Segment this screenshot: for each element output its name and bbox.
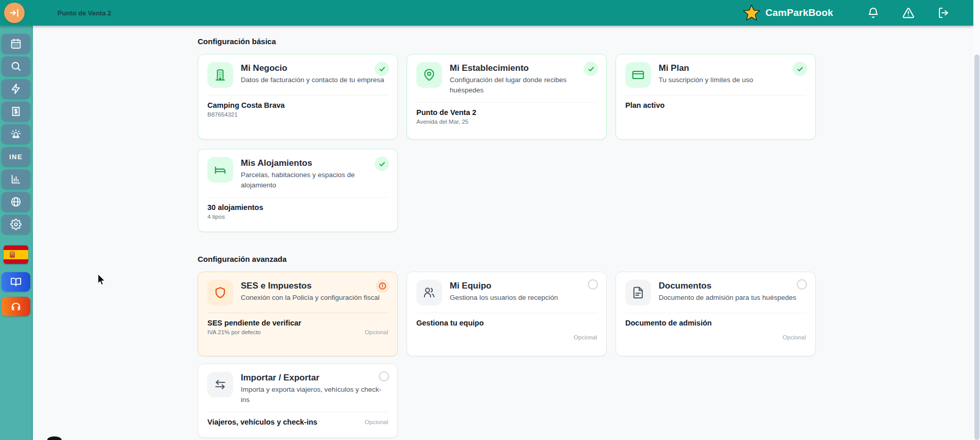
sidebar-item-calendar[interactable] bbox=[2, 34, 30, 53]
divider bbox=[207, 95, 388, 95]
bar-chart-icon bbox=[10, 174, 22, 185]
card-value: Gestiona tu equipo bbox=[416, 319, 597, 327]
cut-off-element bbox=[47, 436, 62, 440]
divider bbox=[625, 313, 806, 313]
card-mi-negocio[interactable]: Mi Negocio Datos de facturación y contac… bbox=[198, 54, 398, 140]
headphones-icon bbox=[10, 301, 22, 312]
card-title: Mi Negocio bbox=[241, 63, 384, 73]
pending-badge-icon bbox=[588, 279, 598, 290]
pending-badge-icon bbox=[379, 371, 389, 381]
section-advanced-configuration: Configuración avanzada SES e Impuestos C… bbox=[198, 255, 973, 438]
sidebar-item-web[interactable] bbox=[2, 192, 30, 212]
top-bar: Punto de Venta 2 CamParkBook bbox=[0, 0, 973, 26]
card-description: Importa y exporta viajeros, vehículos y … bbox=[241, 385, 386, 405]
sidebar-item-statistics[interactable] bbox=[2, 169, 30, 189]
section-basic-configuration: Configuración básica Mi Negocio Datos de… bbox=[198, 37, 973, 232]
card-mi-equipo[interactable]: Mi Equipo Gestiona los usuarios de recep… bbox=[407, 272, 607, 356]
page-scrollbar[interactable] bbox=[973, 0, 980, 440]
card-importar-exportar[interactable]: Importar / Exportar Importa y exporta vi… bbox=[198, 364, 398, 438]
notifications-bell-icon[interactable] bbox=[867, 7, 879, 19]
active-property-label: Punto de Venta 2 bbox=[57, 9, 111, 17]
optional-tag: Opcional bbox=[365, 419, 388, 425]
card-description: Datos de facturación y contacto de tu em… bbox=[241, 75, 384, 85]
card-description: Gestiona los usuarios de recepción bbox=[450, 293, 558, 303]
card-value: Viajeros, vehículos y check-ins bbox=[207, 418, 317, 426]
arrows-left-right-icon bbox=[207, 372, 233, 397]
check-badge-icon bbox=[375, 157, 389, 171]
optional-tag: Opcional bbox=[783, 334, 806, 340]
lightning-icon bbox=[10, 83, 22, 94]
sidebar-item-support[interactable] bbox=[2, 297, 30, 316]
card-title: Mi Equipo bbox=[450, 281, 558, 291]
card-description: Conexión con la Policía y configuración … bbox=[241, 293, 379, 303]
card-documentos[interactable]: Documentos Documento de admisión para tu… bbox=[616, 272, 816, 356]
file-text-icon bbox=[625, 280, 651, 305]
section-title: Configuración avanzada bbox=[198, 255, 973, 263]
card-description: Parcelas, habitaciones y espacios de alo… bbox=[241, 170, 386, 190]
brand: CamParkBook bbox=[742, 4, 833, 22]
sidebar-item-alarms[interactable] bbox=[2, 124, 30, 144]
brand-name: CamParkBook bbox=[765, 7, 833, 18]
card-value: Camping Costa Brava bbox=[207, 101, 388, 109]
sidebar-item-billing[interactable] bbox=[2, 102, 30, 121]
sidebar-item-ine[interactable]: INE bbox=[2, 147, 30, 166]
logout-icon[interactable] bbox=[937, 7, 950, 19]
check-badge-icon bbox=[584, 62, 598, 76]
card-value: Documento de admisión bbox=[625, 319, 806, 327]
card-subvalue: 4 tipos bbox=[207, 214, 225, 220]
section-title: Configuración básica bbox=[198, 37, 973, 46]
card-title: Importar / Exportar bbox=[241, 373, 386, 383]
card-value: Plan activo bbox=[625, 101, 806, 109]
check-badge-icon bbox=[375, 62, 389, 76]
card-value: 30 alojamientos bbox=[207, 203, 388, 212]
card-title: Mi Establecimiento bbox=[450, 63, 594, 73]
bed-icon bbox=[207, 157, 233, 183]
sidebar-toggle-button[interactable] bbox=[4, 3, 25, 23]
card-description: Configuración del lugar donde recibes hu… bbox=[450, 75, 594, 95]
map-pin-icon bbox=[416, 62, 442, 88]
optional-tag: Opcional bbox=[365, 329, 388, 335]
divider bbox=[625, 95, 806, 95]
settings-page: Configuración básica Mi Negocio Datos de… bbox=[34, 26, 973, 440]
card-title: Documentos bbox=[659, 281, 796, 291]
card-title: Mis Alojamientos bbox=[241, 158, 386, 168]
card-subvalue: B87654321 bbox=[207, 111, 238, 118]
siren-icon bbox=[10, 128, 22, 140]
book-open-icon bbox=[10, 276, 22, 288]
sidebar-item-quick-actions[interactable] bbox=[2, 79, 30, 99]
card-value: Punto de Venta 2 bbox=[416, 108, 597, 117]
ine-label: INE bbox=[9, 153, 23, 161]
card-title: SES e Impuestos bbox=[241, 281, 379, 291]
card-ses-impuestos[interactable]: SES e Impuestos Conexión con la Policía … bbox=[198, 272, 398, 356]
sidebar-item-guide[interactable] bbox=[2, 272, 30, 292]
card-description: Documento de admisión para tus huéspedes bbox=[659, 293, 796, 303]
search-icon bbox=[10, 61, 22, 72]
spain-flag-icon bbox=[10, 252, 15, 258]
alerts-warning-icon[interactable] bbox=[902, 7, 915, 20]
card-subvalue: Avenida del Mar, 25 bbox=[416, 119, 468, 125]
gear-icon bbox=[10, 219, 22, 230]
card-title: Mi Plan bbox=[659, 63, 753, 73]
scrollbar-thumb[interactable] bbox=[974, 54, 979, 440]
card-subvalue: IVA 21% por defecto bbox=[207, 329, 261, 335]
star-logo-icon bbox=[742, 4, 761, 22]
shield-icon bbox=[207, 280, 233, 305]
building-icon bbox=[207, 62, 233, 88]
divider bbox=[416, 102, 597, 103]
sidebar-item-language-spanish[interactable] bbox=[4, 245, 28, 264]
check-badge-icon bbox=[793, 62, 807, 76]
receipt-dollar-icon bbox=[10, 106, 22, 117]
calendar-icon bbox=[10, 38, 22, 49]
card-mi-plan[interactable]: Mi Plan Tu suscripción y límites de uso … bbox=[616, 54, 816, 140]
sidebar-item-settings[interactable] bbox=[2, 215, 30, 234]
card-mi-establecimiento[interactable]: Mi Establecimiento Configuración del lug… bbox=[407, 54, 607, 140]
card-mis-alojamientos[interactable]: Mis Alojamientos Parcelas, habitaciones … bbox=[198, 149, 398, 232]
optional-tag: Opcional bbox=[574, 334, 597, 340]
sidebar-item-search[interactable] bbox=[2, 56, 30, 76]
alert-badge-icon bbox=[376, 279, 389, 293]
users-icon bbox=[416, 280, 442, 305]
credit-card-icon bbox=[625, 62, 651, 88]
divider bbox=[207, 197, 388, 198]
arrow-right-to-line-icon bbox=[9, 7, 20, 18]
divider bbox=[207, 412, 388, 412]
